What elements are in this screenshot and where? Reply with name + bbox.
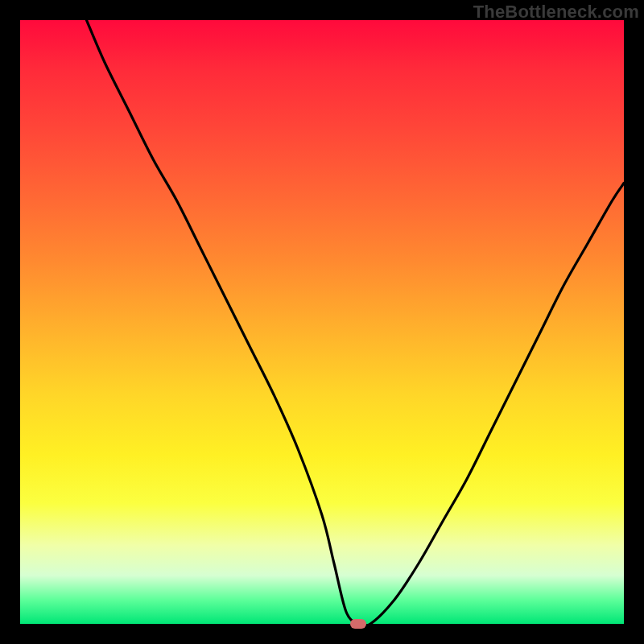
plot-area: [20, 20, 624, 624]
watermark-text: TheBottleneck.com: [473, 2, 639, 23]
optimal-point-marker: [350, 619, 366, 629]
bottleneck-curve: [20, 20, 624, 624]
chart-frame: TheBottleneck.com: [0, 0, 644, 644]
